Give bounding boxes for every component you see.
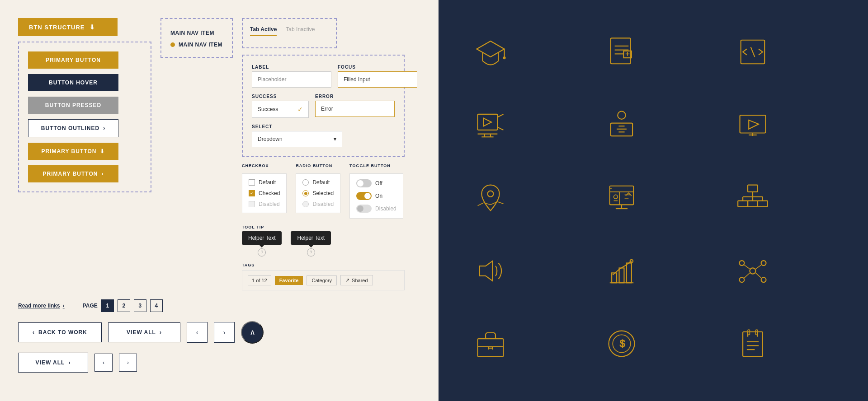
toggle-on-input[interactable] bbox=[356, 192, 372, 200]
tooltip-label-text: TOOL TIP bbox=[242, 225, 405, 229]
tag-category[interactable]: Category bbox=[307, 275, 337, 285]
page-3[interactable]: 3 bbox=[134, 299, 146, 312]
checkbox-box: Default ✓ Checked Disabled bbox=[242, 173, 287, 213]
icon-cell-chart bbox=[588, 237, 656, 305]
error-input[interactable] bbox=[315, 101, 395, 117]
next-arrow-button[interactable]: › bbox=[214, 322, 235, 343]
primary-arrow-button[interactable]: PRIMARY BUTTON › bbox=[28, 165, 118, 182]
radio-disabled-input bbox=[302, 201, 309, 207]
select-section: SELECT Dropdown ▾ bbox=[252, 124, 395, 147]
page-4[interactable]: 4 bbox=[150, 299, 163, 312]
success-label: SUCCESS bbox=[252, 94, 309, 99]
tab-active[interactable]: Tab Active bbox=[250, 26, 277, 36]
svg-point-29 bbox=[487, 191, 493, 197]
pressed-button[interactable]: BUTTON PRESSED bbox=[28, 97, 118, 114]
focus-input[interactable] bbox=[338, 71, 417, 88]
prev-arrow-button[interactable]: ‹ bbox=[187, 322, 208, 343]
svg-rect-34 bbox=[610, 186, 634, 205]
nav-item-1[interactable]: MAIN NAV ITEM bbox=[170, 28, 223, 38]
next-arrow-sm-button[interactable]: › bbox=[119, 354, 137, 372]
toggle-off-item[interactable]: Off bbox=[356, 179, 396, 187]
left-panel: BTN STRUCTURE ⬇ PRIMARY BUTTON BUTTON HO… bbox=[0, 0, 439, 401]
radio-default-input[interactable] bbox=[302, 179, 309, 186]
money-coin-icon: $ bbox=[606, 328, 637, 359]
share-icon: ↗ bbox=[345, 277, 349, 283]
svg-rect-12 bbox=[478, 114, 498, 130]
page-1[interactable]: 1 bbox=[101, 299, 114, 312]
svg-line-15 bbox=[497, 127, 503, 130]
svg-text:$: $ bbox=[620, 338, 625, 349]
tab-section: Tab Active Tab Inactive bbox=[242, 18, 337, 48]
tooltip-1: Helper Text ? bbox=[242, 231, 282, 256]
hover-button[interactable]: BUTTON HOVER bbox=[28, 74, 118, 91]
radio-selected-input[interactable] bbox=[302, 190, 309, 196]
tooltip-2: Helper Text ? bbox=[291, 231, 330, 256]
svg-point-37 bbox=[614, 195, 618, 199]
select-dropdown[interactable]: Dropdown ▾ bbox=[252, 131, 342, 147]
svg-rect-55 bbox=[612, 273, 617, 283]
svg-rect-76 bbox=[743, 332, 763, 357]
download-icon-2: ⬇ bbox=[100, 148, 105, 154]
toggle-off-input[interactable] bbox=[356, 179, 372, 187]
icon-cell-presenter bbox=[588, 91, 656, 159]
svg-point-61 bbox=[761, 261, 766, 266]
location-map-icon bbox=[475, 182, 506, 214]
svg-point-62 bbox=[739, 277, 744, 282]
success-input[interactable]: Success ✓ bbox=[252, 101, 309, 118]
label-label: LABEL bbox=[252, 65, 331, 70]
icon-cell-graduation bbox=[457, 18, 524, 86]
checkbox-disabled-input bbox=[249, 201, 255, 207]
radio-selected-item[interactable]: Selected bbox=[302, 190, 334, 196]
tags-section: TAGS 1 of 12 Favorite Category ↗ Shared bbox=[242, 263, 405, 290]
icon-cell-audio bbox=[457, 237, 524, 305]
chevron-left-icon: ‹ bbox=[196, 329, 198, 336]
checkbox-default-item[interactable]: Default bbox=[249, 179, 280, 186]
radio-default-item[interactable]: Default bbox=[302, 179, 334, 186]
label-input[interactable] bbox=[252, 71, 331, 88]
svg-line-14 bbox=[497, 114, 503, 117]
prev-arrow-sm-button[interactable]: ‹ bbox=[94, 354, 113, 372]
svg-point-2 bbox=[503, 57, 505, 59]
notepad-list-icon bbox=[737, 328, 769, 359]
toggle-on-item[interactable]: On bbox=[356, 192, 396, 200]
tooltip-trigger-2[interactable]: ? bbox=[307, 248, 315, 256]
btn-structure-button[interactable]: BTN STRUCTURE ⬇ bbox=[18, 18, 118, 36]
toggle-disabled-input bbox=[356, 205, 372, 213]
nav-buttons-row-2: VIEW ALL › ‹ › bbox=[18, 353, 420, 373]
icon-cell-network bbox=[719, 237, 787, 305]
tooltip-trigger-1[interactable]: ? bbox=[258, 248, 266, 256]
strategy-board-icon bbox=[606, 182, 637, 214]
tags-row: 1 of 12 Favorite Category ↗ Shared bbox=[242, 270, 405, 290]
page-2[interactable]: 2 bbox=[118, 299, 130, 312]
toggle-label: TOGGLE BUTTON bbox=[349, 163, 403, 168]
upper-row: BTN STRUCTURE ⬇ PRIMARY BUTTON BUTTON HO… bbox=[18, 18, 420, 290]
svg-line-31 bbox=[484, 203, 491, 205]
primary-icon-button[interactable]: PRIMARY BUTTON ⬇ bbox=[28, 143, 118, 160]
tab-inactive[interactable]: Tab Inactive bbox=[286, 26, 315, 36]
btn-structure-label: BTN STRUCTURE bbox=[29, 24, 85, 31]
presenter-screen-icon bbox=[606, 109, 637, 141]
nav-item-2[interactable]: MAIN NAV ITEM bbox=[170, 42, 223, 48]
icon-cell-video-screen bbox=[719, 91, 787, 159]
back-to-work-button[interactable]: ‹ BACK TO WORK bbox=[18, 322, 102, 342]
bar-chart-icon bbox=[606, 255, 637, 287]
tag-shared[interactable]: ↗ Shared bbox=[340, 275, 373, 285]
radio-box: Default Selected Disabled bbox=[296, 173, 340, 213]
view-all-button-2[interactable]: VIEW ALL › bbox=[18, 353, 88, 373]
svg-marker-13 bbox=[484, 118, 492, 126]
arrow-right-icon-btn: › bbox=[160, 329, 162, 336]
scroll-up-button[interactable]: ∧ bbox=[241, 321, 264, 344]
icon-cell-hierarchy bbox=[719, 164, 787, 232]
outlined-button[interactable]: BUTTON OUTLINED › bbox=[28, 119, 118, 137]
checkbox-checked-item[interactable]: ✓ Checked bbox=[249, 190, 280, 196]
checkbox-checked-input[interactable]: ✓ bbox=[249, 190, 255, 196]
svg-line-64 bbox=[744, 265, 750, 269]
checkbox-default-input[interactable] bbox=[249, 179, 255, 186]
button-area: BTN STRUCTURE ⬇ PRIMARY BUTTON BUTTON HO… bbox=[18, 18, 151, 290]
svg-line-67 bbox=[756, 273, 761, 278]
primary-button[interactable]: PRIMARY BUTTON bbox=[28, 51, 118, 69]
view-all-button-1[interactable]: VIEW ALL › bbox=[108, 322, 180, 342]
tag-favorite[interactable]: Favorite bbox=[275, 276, 303, 285]
document-text-icon bbox=[606, 36, 637, 68]
read-more-link[interactable]: Read more links › bbox=[18, 303, 65, 309]
